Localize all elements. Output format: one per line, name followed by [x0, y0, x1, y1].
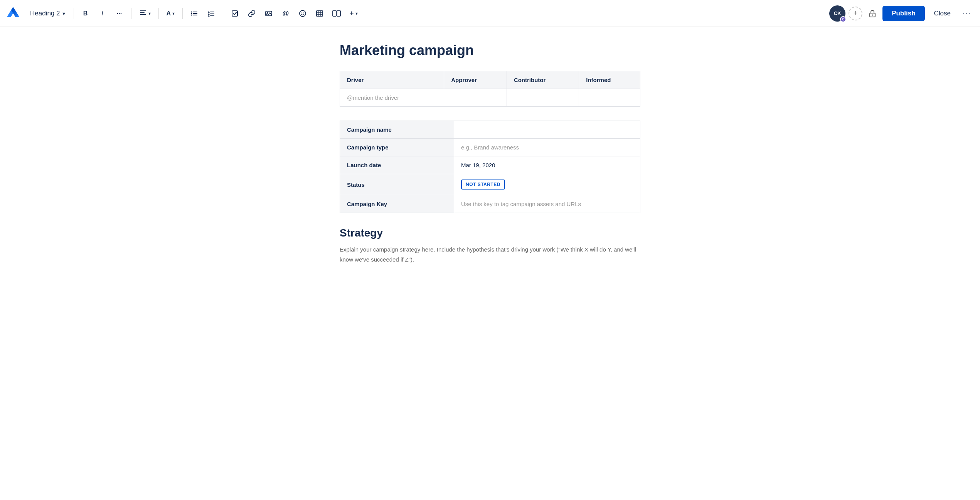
heading-style-label: Heading 2: [30, 10, 60, 17]
launch-date-label: Launch date: [340, 156, 454, 174]
svg-rect-21: [317, 11, 323, 16]
align-button[interactable]: ▾: [136, 7, 154, 20]
text-color-chevron-icon: ▾: [172, 11, 175, 16]
daci-header-contributor: Contributor: [507, 71, 579, 89]
task-button[interactable]: [228, 7, 242, 20]
add-user-button[interactable]: +: [849, 7, 862, 20]
collaborators-group: CK C +: [829, 5, 862, 22]
launch-date-value[interactable]: Mar 19, 2020: [454, 156, 640, 174]
svg-rect-27: [337, 11, 340, 16]
divider-3: [158, 8, 159, 19]
status-value-cell[interactable]: NOT STARTED: [454, 174, 640, 195]
svg-rect-1: [140, 12, 145, 13]
daci-header-driver: Driver: [340, 71, 444, 89]
svg-rect-14: [210, 15, 214, 16]
daci-header-approver: Approver: [444, 71, 507, 89]
divider-4: [182, 8, 183, 19]
strategy-body: Explain your campaign strategy here. Inc…: [340, 245, 640, 264]
launch-date-row: Launch date Mar 19, 2020: [340, 156, 640, 174]
svg-point-19: [301, 12, 302, 13]
campaign-name-value[interactable]: [454, 121, 640, 139]
insert-button[interactable]: + ▾: [347, 7, 361, 20]
plus-icon: +: [350, 9, 354, 17]
status-row: Status NOT STARTED: [340, 174, 640, 195]
divider-2: [131, 8, 131, 19]
user-avatar[interactable]: CK C: [829, 5, 845, 22]
campaign-key-value[interactable]: Use this key to tag campaign assets and …: [454, 195, 640, 213]
italic-button[interactable]: I: [96, 7, 109, 20]
lock-button[interactable]: [865, 7, 879, 20]
avatar-initials: CK: [834, 10, 841, 16]
campaign-name-row: Campaign name: [340, 121, 640, 139]
align-icon: [139, 9, 147, 18]
mention-button[interactable]: @: [279, 7, 293, 20]
svg-rect-2: [140, 14, 146, 15]
campaign-info-table: Campaign name Campaign type e.g., Brand …: [340, 121, 640, 213]
more-options-button[interactable]: ···: [960, 7, 974, 20]
daci-contributor-cell[interactable]: [507, 89, 579, 107]
svg-point-5: [191, 13, 192, 14]
toolbar: Heading 2 ▾ B I ··· ▾ A ▾ 1.2.3.: [0, 0, 980, 27]
bullet-list-button[interactable]: [187, 7, 201, 20]
more-options-icon: ···: [963, 9, 972, 18]
campaign-type-value[interactable]: e.g., Brand awareness: [454, 139, 640, 156]
campaign-type-label: Campaign type: [340, 139, 454, 156]
status-label: Status: [340, 174, 454, 195]
daci-approver-cell[interactable]: [444, 89, 507, 107]
campaign-type-row: Campaign type e.g., Brand awareness: [340, 139, 640, 156]
image-button[interactable]: [262, 7, 276, 20]
svg-rect-12: [210, 13, 214, 14]
svg-point-20: [303, 12, 304, 13]
avatar-badge: C: [840, 16, 846, 22]
svg-rect-26: [333, 11, 336, 16]
page-title: Marketing campaign: [340, 42, 640, 59]
close-button[interactable]: Close: [928, 6, 957, 21]
campaign-key-row: Campaign Key Use this key to tag campaig…: [340, 195, 640, 213]
chevron-down-icon: ▾: [62, 10, 65, 17]
svg-rect-6: [193, 13, 197, 14]
daci-table: Driver Approver Contributor Informed @me…: [340, 71, 640, 107]
svg-rect-10: [210, 12, 214, 12]
campaign-name-label: Campaign name: [340, 121, 454, 139]
more-text-format-button[interactable]: ···: [113, 7, 126, 20]
daci-header-informed: Informed: [579, 71, 640, 89]
bold-button[interactable]: B: [79, 7, 93, 20]
text-color-button[interactable]: A ▾: [163, 8, 178, 19]
layout-button[interactable]: [330, 7, 344, 20]
insert-chevron-icon: ▾: [355, 11, 358, 16]
publish-button[interactable]: Publish: [882, 6, 924, 21]
page-content: Marketing campaign Driver Approver Contr…: [317, 27, 663, 280]
svg-text:3.: 3.: [208, 14, 210, 17]
svg-point-29: [872, 14, 873, 15]
svg-rect-8: [193, 15, 197, 15]
svg-rect-4: [193, 12, 197, 12]
campaign-key-label: Campaign Key: [340, 195, 454, 213]
numbered-list-button[interactable]: 1.2.3.: [204, 7, 218, 20]
daci-row: @mention the driver: [340, 89, 640, 107]
heading-style-selector[interactable]: Heading 2 ▾: [26, 7, 69, 20]
emoji-button[interactable]: [296, 7, 310, 20]
text-color-icon: A: [167, 10, 171, 17]
svg-point-7: [191, 14, 192, 15]
plus-icon: +: [854, 9, 858, 17]
app-logo[interactable]: [6, 7, 20, 20]
align-chevron-icon: ▾: [148, 11, 151, 16]
divider-1: [74, 8, 74, 19]
status-badge[interactable]: NOT STARTED: [461, 180, 505, 190]
divider-5: [223, 8, 223, 19]
daci-informed-cell[interactable]: [579, 89, 640, 107]
strategy-heading: Strategy: [340, 227, 640, 239]
link-button[interactable]: [245, 7, 259, 20]
svg-point-3: [191, 11, 192, 12]
svg-point-18: [300, 10, 306, 17]
svg-rect-0: [140, 10, 146, 11]
table-button[interactable]: [313, 7, 327, 20]
svg-point-17: [267, 12, 268, 13]
avatar-badge-letter: C: [842, 17, 845, 21]
daci-driver-cell[interactable]: @mention the driver: [340, 89, 444, 107]
